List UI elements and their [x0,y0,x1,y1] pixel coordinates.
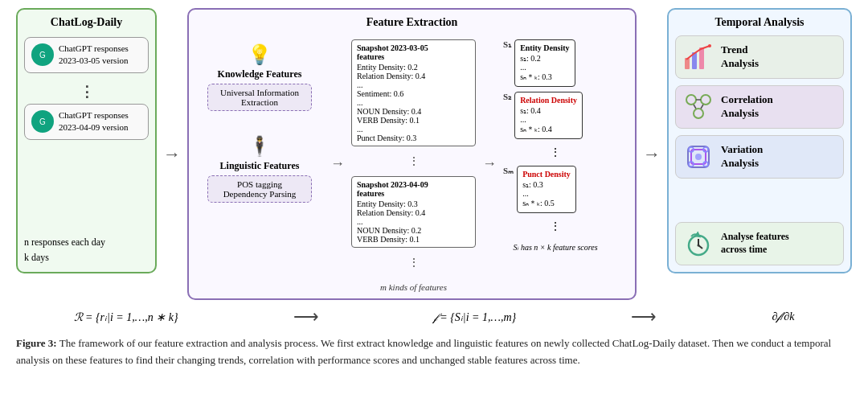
analyse-features-item: Analyse featuresacross time [675,222,844,265]
arrow-chatlog-feature: → [162,144,182,165]
correlation-icon [682,91,714,123]
knowledge-label: Knowledge Features [218,68,302,80]
chatlog-entry-text-1: ChatGPT responses2023-03-05 version [59,43,129,68]
sm-box: Punct Density s₁: 0.3 ... sₙ＊ₖ: 0.5 [517,166,576,213]
linguistic-icon: 🕴 [248,135,272,158]
snap2-dots: ... [357,217,470,226]
snap2-relation: Relation Density: 0.4 [357,208,470,217]
sm-item1: s₁: 0.3 [522,180,571,189]
pos-label: POS taggingDependency Parsing [207,175,312,203]
trend-analysis-item: TrendAnalysis [675,35,844,79]
snap1-punct: Punct Density: 0.3 [357,134,470,142]
chatgpt-icon-1: G [31,43,54,66]
middle-dots-2: ⋮ [351,256,476,269]
dots-1: ⋮ [80,83,94,101]
trend-analysis-label: TrendAnalysis [721,43,759,71]
snapshot-1-title: Snapshot 2023-03-05features [357,43,470,61]
feature-right-column: S₁ Entity Density s₁: 0.2 ... sₙ＊ₖ: 0.3 … [503,35,608,252]
feature-middle-column: Snapshot 2023-03-05features Entity Densi… [351,35,476,292]
snapshot-2-box: Snapshot 2023-04-09features Entity Densi… [351,176,476,248]
s2-title: Relation Density [520,96,577,105]
chatlog-title: ChatLog-Daily [51,16,122,29]
feature-extraction-title: Feature Extraction [195,16,628,29]
temporal-box: Temporal Analysis TrendAnalysis [667,8,852,273]
si-score-label: Sᵢ has n × k feature scores [503,243,608,252]
sm-label: Sₘ [503,166,514,176]
knowledge-section: 💡 Knowledge Features Universal Informati… [195,43,324,111]
s1-box: Entity Density s₁: 0.2 ... sₙ＊ₖ: 0.3 [514,39,575,87]
middle-dots: ⋮ [351,154,476,168]
snapshot-1-box: Snapshot 2023-03-05features Entity Densi… [351,39,476,146]
s1-label: S₁ [503,39,511,50]
svg-text:G: G [39,51,46,60]
variation-analysis-item: VariationAnalysis [675,135,844,179]
svg-point-10 [694,109,703,118]
formula-result: ∂𝒻/∂k [772,310,794,323]
feature-extraction-box: Feature Extraction 💡 Knowledge Features … [187,8,637,300]
right-dots: ⋮ [503,144,608,161]
trend-icon [682,41,714,73]
m-kinds-label: m kinds of features [351,282,476,292]
snap1-dots2: ... [357,98,470,107]
snap1-entity: Entity Density: 0.2 [357,63,470,72]
arrow-left-mid: → [330,155,345,172]
snap1-dots3: ... [357,125,470,134]
correlation-analysis-label: CorrelationAnalysis [721,93,773,121]
snap2-entity: Entity Density: 0.3 [357,199,470,208]
feature-left-column: 💡 Knowledge Features Universal Informati… [195,35,324,203]
variation-icon [682,141,714,173]
svg-point-16 [695,154,702,160]
s1-item1: s₁: 0.2 [520,54,569,63]
caption-text: The framework of our feature extraction … [16,337,831,366]
snap1-dots1: ... [357,80,470,89]
chatlog-entry-1: G ChatGPT responses2023-03-05 version [24,37,149,73]
snap2-noun: NOUN Density: 0.2 [357,226,470,235]
snap1-verb: VERB Density: 0.1 [357,116,470,125]
correlation-analysis-item: CorrelationAnalysis [675,85,844,129]
caption-bold: Figure 3: [16,337,57,349]
chatlog-box: ChatLog-Daily G ChatGPT responses2023-03… [16,8,157,273]
svg-point-24 [698,245,700,247]
svg-point-8 [686,95,696,105]
k-label: k days [24,250,149,265]
chatlog-entry-text-2: ChatGPT responses2023-04-09 version [59,109,129,134]
formula-left: ℛ = {rᵢ|i = 1,…,n ∗ k} [74,310,178,324]
snap2-verb: VERB Density: 0.1 [357,235,470,244]
snap1-relation: Relation Density: 0.4 [357,72,470,80]
universal-extraction-label: Universal InformationExtraction [207,84,312,111]
s2-item1: s₁: 0.4 [520,106,577,115]
knowledge-icon: 💡 [248,43,272,66]
linguistic-section: 🕴 Linguistic Features POS taggingDepende… [195,135,324,203]
svg-point-7 [708,44,711,47]
s2-label: S₂ [503,92,511,102]
analyse-features-label: Analyse featuresacross time [721,231,789,256]
s2-item3: sₙ＊ₖ: 0.4 [520,124,577,135]
s1-title: Entity Density [520,43,569,52]
s1-item3: sₙ＊ₖ: 0.3 [520,72,569,83]
arrow-mid-right: → [482,155,497,172]
formula-arrow-1: ⟶ [293,306,319,327]
snapshot-2-title: Snapshot 2023-04-09features [357,180,470,198]
right-dots-2: ⋮ [503,218,608,235]
clock-icon [682,228,714,260]
sm-title: Punct Density [522,170,571,179]
svg-text:G: G [39,117,46,126]
n-label: n responses each day [24,235,149,250]
svg-point-9 [701,95,710,105]
chatlog-footer: n responses each day k days [24,235,149,265]
s1-dots: ... [520,63,569,72]
s2-box: Relation Density s₁: 0.4 ... sₙ＊ₖ: 0.4 [514,92,583,139]
sm-dots: ... [522,189,571,198]
chatlog-entry-2: G ChatGPT responses2023-04-09 version [24,104,149,140]
svg-line-12 [694,105,696,109]
arrow-feature-temporal: → [641,144,662,165]
formula-row: ℛ = {rᵢ|i = 1,…,n ∗ k} ⟶ 𝒻 = {Sᵢ|i = 1,…… [16,306,852,327]
variation-analysis-label: VariationAnalysis [721,143,763,171]
s2-dots: ... [520,115,577,124]
caption: Figure 3: The framework of our feature e… [16,335,852,369]
svg-rect-6 [699,47,704,69]
linguistic-label: Linguistic Features [220,160,300,172]
formula-arrow-2: ⟶ [631,306,657,327]
sm-item3: sₙ＊ₖ: 0.5 [522,198,571,209]
temporal-title: Temporal Analysis [675,16,844,29]
